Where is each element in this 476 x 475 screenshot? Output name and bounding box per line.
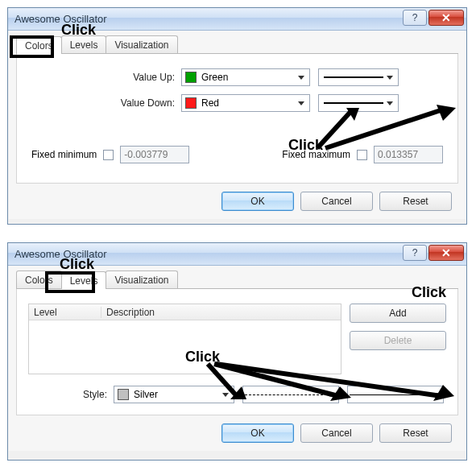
help-button[interactable]: ? [403,245,427,261]
value-down-color-combo[interactable]: Red [181,94,310,112]
style-color-combo[interactable]: Silver [114,386,234,403]
tab-visualization[interactable]: Visualization [106,35,177,53]
tab-colors[interactable]: Colors [16,36,62,54]
delete-button: Delete [350,331,446,350]
value-up-color-combo[interactable]: Green [181,68,310,86]
fixed-min-checkbox[interactable] [103,150,114,160]
chevron-down-icon [384,72,395,83]
tab-row: Colors Levels Visualization [16,271,458,289]
line-preview-dashed [245,394,327,395]
line-preview-thin [350,394,432,395]
col-level: Level [29,307,101,318]
annotation-click-add: Click [412,284,446,301]
fixed-min-value[interactable]: -0.003779 [120,146,189,163]
line-preview-solid [324,76,383,78]
tab-colors[interactable]: Colors [16,271,62,288]
value-down-label: Value Down: [28,97,181,109]
fixed-max-value[interactable]: 0.013357 [374,146,443,163]
style-line-pattern-combo[interactable] [242,386,339,403]
close-button[interactable]: ✕ [428,245,464,261]
dialog-levels: Awesome Oscillator ? ✕ Colors Levels Vis… [7,242,467,461]
style-line-width-combo[interactable] [347,386,444,403]
col-description: Description [101,307,341,318]
style-swatch [118,389,129,400]
annotation-click-style: Click [185,349,220,366]
fixed-max-checkbox[interactable] [357,150,367,160]
cancel-button[interactable]: Cancel [300,192,373,211]
chevron-down-icon [325,389,336,400]
chevron-down-icon [220,389,231,400]
cancel-button[interactable]: Cancel [300,423,373,443]
style-label: Style: [28,389,114,400]
ok-button[interactable]: OK [221,192,294,211]
value-up-swatch [185,72,197,83]
annotation-click-dropdowns: Click [288,137,323,154]
fixed-min-label: Fixed minimum [31,149,97,160]
chevron-down-icon [296,72,307,83]
annotation-click-colors: Click [61,22,96,39]
ok-button[interactable]: OK [221,423,294,443]
reset-button[interactable]: Reset [379,192,452,211]
reset-button[interactable]: Reset [379,423,452,443]
dialog-colors: Awesome Oscillator ? ✕ Colors Levels Vis… [7,7,467,225]
annotation-click-levels: Click [60,256,94,273]
tab-visualization[interactable]: Visualization [106,271,177,288]
value-up-label: Value Up: [28,72,181,83]
line-preview-solid [324,102,383,104]
colors-panel: Value Up: Green Value Down: Red [16,54,458,184]
chevron-down-icon [296,97,307,109]
chevron-down-icon [429,389,441,400]
close-button[interactable]: ✕ [428,10,464,26]
value-down-swatch [185,97,197,109]
value-down-line-combo[interactable] [318,94,399,112]
value-up-line-combo[interactable] [318,68,399,86]
add-button[interactable]: Add [350,304,446,323]
chevron-down-icon [384,97,395,109]
help-button[interactable]: ? [403,10,427,26]
style-color-name: Silver [134,389,158,400]
value-down-color-name: Red [201,97,219,109]
value-up-color-name: Green [201,72,228,83]
tab-levels[interactable]: Levels [61,271,107,289]
levels-panel: Level Description Add Delete Style: Silv… [16,289,458,415]
